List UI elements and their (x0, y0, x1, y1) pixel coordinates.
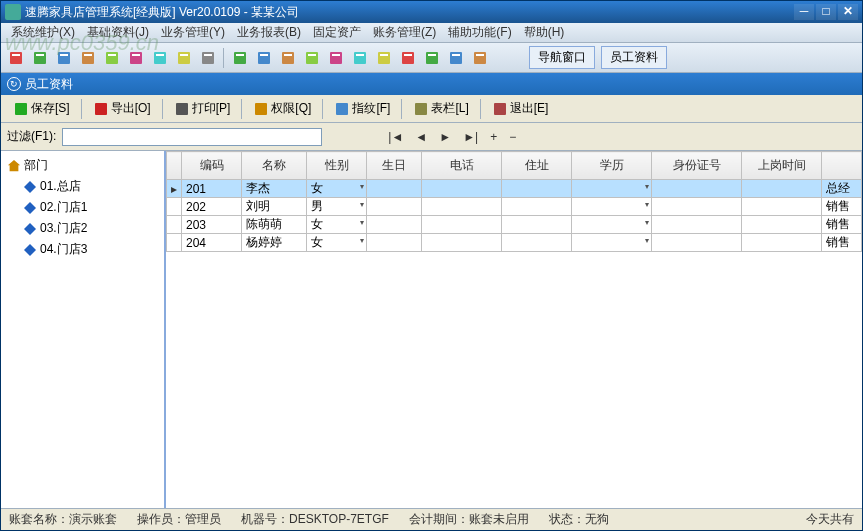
toolbar-btn-18[interactable] (445, 47, 467, 69)
toolbar-btn-14[interactable] (349, 47, 371, 69)
col-header-0[interactable]: 编码 (182, 152, 242, 180)
save-button[interactable]: 保存[S] (7, 96, 77, 121)
menu-0[interactable]: 系统维护(X) (5, 22, 81, 43)
table-row[interactable]: 204杨婷婷女▾▾销售 (167, 234, 862, 252)
dropdown-icon[interactable]: ▾ (360, 200, 364, 209)
menu-7[interactable]: 帮助(H) (518, 22, 571, 43)
cell-name[interactable]: 杨婷婷 (242, 234, 307, 252)
dropdown-icon[interactable]: ▾ (360, 182, 364, 191)
record-nav-5[interactable]: − (509, 130, 516, 144)
toolbar-btn-13[interactable] (325, 47, 347, 69)
toolbar-btn-10[interactable] (253, 47, 275, 69)
cell-address[interactable] (502, 198, 572, 216)
tree-node-1[interactable]: 02.门店1 (5, 197, 160, 218)
dropdown-icon[interactable]: ▾ (645, 236, 649, 245)
cell-idcard[interactable] (652, 234, 742, 252)
filter-input[interactable] (62, 128, 322, 146)
cell-id[interactable]: 204 (182, 234, 242, 252)
toolbar-btn-5[interactable] (125, 47, 147, 69)
col-header-1[interactable]: 名称 (242, 152, 307, 180)
cell-extra[interactable]: 销售 (822, 234, 862, 252)
table-row[interactable]: 202刘明男▾▾销售 (167, 198, 862, 216)
tree-node-3[interactable]: 04.门店3 (5, 239, 160, 260)
col-header-8[interactable]: 上岗时间 (742, 152, 822, 180)
toolbar-btn-17[interactable] (421, 47, 443, 69)
cell-phone[interactable] (422, 180, 502, 198)
cell-hiredate[interactable] (742, 234, 822, 252)
cell-id[interactable]: 201 (182, 180, 242, 198)
cell-edu[interactable]: ▾ (572, 180, 652, 198)
cell-name[interactable]: 陈萌萌 (242, 216, 307, 234)
table-row[interactable]: ▸201李杰女▾▾总经 (167, 180, 862, 198)
cell-birthday[interactable] (367, 216, 422, 234)
dropdown-icon[interactable]: ▾ (645, 182, 649, 191)
cell-name[interactable]: 刘明 (242, 198, 307, 216)
cell-edu[interactable]: ▾ (572, 216, 652, 234)
toolbar-btn-0[interactable] (5, 47, 27, 69)
refresh-icon[interactable]: ↻ (7, 77, 21, 91)
table-row[interactable]: 203陈萌萌女▾▾销售 (167, 216, 862, 234)
cell-edu[interactable]: ▾ (572, 234, 652, 252)
toolbar-btn-16[interactable] (397, 47, 419, 69)
toolbar-btn-1[interactable] (29, 47, 51, 69)
cell-edu[interactable]: ▾ (572, 198, 652, 216)
cell-hiredate[interactable] (742, 180, 822, 198)
record-nav-2[interactable]: ► (439, 130, 451, 144)
toolbar-btn-8[interactable] (197, 47, 219, 69)
record-nav-1[interactable]: ◄ (415, 130, 427, 144)
toolbar-btn-2[interactable] (53, 47, 75, 69)
menu-3[interactable]: 业务报表(B) (231, 22, 307, 43)
exit-button[interactable]: 退出[E] (486, 96, 556, 121)
cell-address[interactable] (502, 180, 572, 198)
print-button[interactable]: 打印[P] (168, 96, 238, 121)
cell-hiredate[interactable] (742, 198, 822, 216)
cell-birthday[interactable] (367, 198, 422, 216)
cell-gender[interactable]: 男▾ (307, 198, 367, 216)
cell-id[interactable]: 203 (182, 216, 242, 234)
column-button[interactable]: 表栏[L] (407, 96, 475, 121)
cell-extra[interactable]: 销售 (822, 216, 862, 234)
cell-gender[interactable]: 女▾ (307, 234, 367, 252)
toolbar-btn-4[interactable] (101, 47, 123, 69)
cell-address[interactable] (502, 216, 572, 234)
dropdown-icon[interactable]: ▾ (645, 200, 649, 209)
menu-5[interactable]: 账务管理(Z) (367, 22, 442, 43)
cell-hiredate[interactable] (742, 216, 822, 234)
cell-extra[interactable]: 销售 (822, 198, 862, 216)
menu-1[interactable]: 基础资料(J) (81, 22, 155, 43)
cell-phone[interactable] (422, 198, 502, 216)
nav-window-button[interactable]: 导航窗口 (529, 46, 595, 69)
cell-gender[interactable]: 女▾ (307, 180, 367, 198)
employee-grid[interactable]: 编码名称性别生日电话住址学历身份证号上岗时间 ▸201李杰女▾▾总经202刘明男… (166, 151, 862, 508)
menu-4[interactable]: 固定资产 (307, 22, 367, 43)
cell-address[interactable] (502, 234, 572, 252)
tree-root[interactable]: 部门 (5, 155, 160, 176)
export-button[interactable]: 导出[O] (87, 96, 158, 121)
cell-birthday[interactable] (367, 234, 422, 252)
record-nav-3[interactable]: ►| (463, 130, 478, 144)
maximize-button[interactable]: □ (816, 4, 836, 20)
perm-button[interactable]: 权限[Q] (247, 96, 318, 121)
emp-info-button[interactable]: 员工资料 (601, 46, 667, 69)
tree-node-2[interactable]: 03.门店2 (5, 218, 160, 239)
toolbar-btn-9[interactable] (229, 47, 251, 69)
cell-idcard[interactable] (652, 198, 742, 216)
menu-2[interactable]: 业务管理(Y) (155, 22, 231, 43)
col-header-5[interactable]: 住址 (502, 152, 572, 180)
finger-button[interactable]: 指纹[F] (328, 96, 397, 121)
toolbar-btn-3[interactable] (77, 47, 99, 69)
cell-name[interactable]: 李杰 (242, 180, 307, 198)
toolbar-btn-6[interactable] (149, 47, 171, 69)
toolbar-btn-15[interactable] (373, 47, 395, 69)
col-header-3[interactable]: 生日 (367, 152, 422, 180)
cell-id[interactable]: 202 (182, 198, 242, 216)
dropdown-icon[interactable]: ▾ (645, 218, 649, 227)
record-nav-0[interactable]: |◄ (388, 130, 403, 144)
cell-phone[interactable] (422, 216, 502, 234)
cell-gender[interactable]: 女▾ (307, 216, 367, 234)
cell-idcard[interactable] (652, 180, 742, 198)
col-header-7[interactable]: 身份证号 (652, 152, 742, 180)
dropdown-icon[interactable]: ▾ (360, 218, 364, 227)
cell-extra[interactable]: 总经 (822, 180, 862, 198)
cell-idcard[interactable] (652, 216, 742, 234)
